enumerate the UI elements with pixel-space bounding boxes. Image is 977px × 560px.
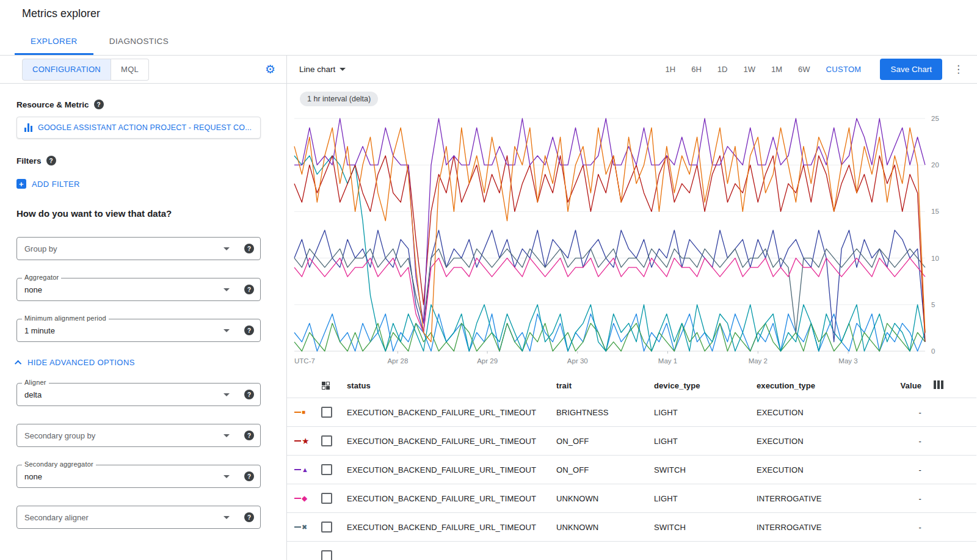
chevron-down-icon	[223, 247, 230, 250]
range-button-1d[interactable]: 1D	[710, 59, 736, 80]
add-box-icon: +	[16, 179, 26, 189]
series-marker: ■	[294, 409, 321, 415]
svg-text:25: 25	[931, 115, 939, 122]
svg-text:10: 10	[931, 255, 939, 262]
field-help-icon[interactable]: ?	[244, 390, 254, 399]
square-marker-icon: ■	[302, 409, 305, 415]
hide-advanced-options-button[interactable]: HIDE ADVANCED OPTIONS	[16, 358, 135, 367]
star-marker-icon: ★	[302, 437, 310, 445]
row-checkbox[interactable]	[321, 464, 332, 475]
cell-device-type: LIGHT	[654, 494, 757, 503]
cell-status: EXECUTION_BACKEND_FAILURE_URL_TIMEOUT	[347, 437, 556, 446]
range-button-6w[interactable]: 6W	[790, 59, 818, 80]
custom-range-button[interactable]: CUSTOM	[818, 59, 870, 80]
legend-toggle-icon[interactable]	[321, 381, 330, 390]
cell-value: -	[897, 494, 934, 503]
advanced-fields: Alignerdelta?Secondary group by?Secondar…	[16, 383, 286, 529]
range-button-6h[interactable]: 6H	[683, 59, 710, 80]
aligner-dropdown[interactable]: Alignerdelta?	[16, 383, 261, 406]
series-dash	[294, 412, 301, 413]
svg-text:May 3: May 3	[838, 357, 857, 365]
cell-trait: ON_OFF	[556, 465, 654, 475]
cell-device-type: SWITCH	[654, 465, 757, 475]
row-checkbox[interactable]	[321, 522, 332, 533]
triangle-marker-icon: ▲	[302, 467, 308, 473]
table-row[interactable]: ▲EXECUTION_BACKEND_FAILURE_URL_TIMEOUTON…	[287, 456, 976, 484]
timeseries-chart: 0510152025UTC-7Apr 28Apr 29Apr 30May 1Ma…	[287, 114, 976, 370]
tab-diagnostics[interactable]: DIAGNOSTICS	[93, 27, 184, 55]
view-data-question: How do you want to view that data?	[16, 208, 286, 219]
mql-tab-button[interactable]: MQL	[111, 59, 149, 81]
field-help-icon[interactable]: ?	[244, 285, 254, 294]
secondary-group-by-dropdown[interactable]: Secondary group by?	[16, 424, 261, 447]
resource-metric-help-icon[interactable]: ?	[94, 100, 104, 109]
table-row[interactable]: ■EXECUTION_BACKEND_FAILURE_URL_TIMEOUTBR…	[287, 398, 976, 427]
primary-fields: Group by?Aggregatornone?Minimum alignmen…	[16, 237, 286, 342]
time-range-buttons: 1H6H1D1W1M6W	[658, 59, 818, 80]
cell-status: EXECUTION_BACKEND_FAILURE_URL_TIMEOUT	[347, 465, 556, 475]
field-help-icon[interactable]: ?	[244, 471, 254, 481]
chart-series	[294, 118, 925, 323]
cell-execution-type: EXECUTION	[757, 408, 897, 417]
x-marker-icon: ✖	[302, 524, 307, 531]
chevron-down-icon	[223, 329, 230, 332]
field-label: Secondary aggregator	[22, 460, 96, 468]
table-row[interactable]: ★EXECUTION_BACKEND_FAILURE_URL_TIMEOUTON…	[287, 427, 976, 456]
configuration-tab-button[interactable]: CONFIGURATION	[22, 59, 111, 81]
aggregator-dropdown[interactable]: Aggregatornone?	[16, 278, 261, 301]
field-label: Aggregator	[22, 274, 61, 281]
series-marker: ★	[294, 437, 321, 445]
group-by-dropdown[interactable]: Group by?	[16, 237, 261, 260]
panel-header: CONFIGURATION MQL ⚙	[0, 56, 286, 84]
chart-type-dropdown[interactable]: Line chart	[299, 65, 346, 74]
svg-text:5: 5	[931, 301, 935, 308]
chart-area: Line chart 1H6H1D1W1M6W CUSTOM Save Char…	[287, 56, 977, 560]
chevron-down-icon	[223, 288, 230, 291]
field-label: Minimum alignment period	[22, 315, 109, 322]
column-header-trait[interactable]: trait	[556, 381, 654, 390]
settings-gear-icon[interactable]: ⚙	[265, 64, 275, 75]
field-help-icon[interactable]: ?	[244, 512, 254, 522]
secondary-aligner-dropdown[interactable]: Secondary aligner?	[16, 506, 261, 529]
column-settings-icon[interactable]	[934, 380, 963, 391]
column-header-status[interactable]: status	[347, 381, 556, 390]
field-value: none	[24, 472, 42, 481]
table-row[interactable]	[287, 542, 976, 560]
tab-explorer[interactable]: EXPLORER	[15, 27, 93, 55]
chevron-down-icon	[340, 68, 346, 71]
cell-trait: UNKNOWN	[556, 523, 654, 532]
filters-help-icon[interactable]: ?	[46, 156, 56, 165]
field-help-icon[interactable]: ?	[244, 325, 254, 335]
range-button-1m[interactable]: 1M	[763, 59, 790, 80]
field-help-icon[interactable]: ?	[244, 244, 254, 253]
series-table: status trait device_type execution_type …	[287, 373, 976, 560]
svg-text:Apr 30: Apr 30	[567, 357, 588, 365]
chart-series	[294, 249, 925, 332]
svg-text:15: 15	[931, 208, 939, 215]
column-header-execution-type[interactable]: execution_type	[757, 381, 897, 390]
resource-metric-section: Resource & Metric ?	[16, 100, 286, 109]
selected-metric-chip[interactable]: GOOGLE ASSISTANT ACTION PROJECT - REQUES…	[16, 117, 261, 139]
series-dash	[294, 440, 301, 442]
svg-text:20: 20	[931, 161, 939, 169]
cell-trait: UNKNOWN	[556, 494, 654, 503]
table-row[interactable]: ◆EXECUTION_BACKEND_FAILURE_URL_TIMEOUTUN…	[287, 484, 976, 513]
save-chart-button[interactable]: Save Chart	[880, 59, 942, 80]
minimum-alignment-period-dropdown[interactable]: Minimum alignment period1 minute?	[16, 319, 261, 342]
row-checkbox[interactable]	[321, 493, 332, 504]
range-button-1w[interactable]: 1W	[735, 59, 763, 80]
cell-value: -	[897, 523, 934, 532]
field-help-icon[interactable]: ?	[244, 431, 254, 440]
row-checkbox[interactable]	[321, 435, 332, 446]
column-header-value[interactable]: Value	[897, 381, 934, 390]
row-checkbox[interactable]	[321, 550, 332, 560]
chart-toolbar: Line chart 1H6H1D1W1M6W CUSTOM Save Char…	[287, 56, 977, 84]
secondary-aggregator-dropdown[interactable]: Secondary aggregatornone?	[16, 465, 261, 488]
more-options-icon[interactable]: ⋮	[948, 60, 968, 78]
row-checkbox[interactable]	[321, 407, 332, 418]
cell-trait: ON_OFF	[556, 437, 654, 446]
range-button-1h[interactable]: 1H	[658, 59, 684, 80]
table-row[interactable]: ✖EXECUTION_BACKEND_FAILURE_URL_TIMEOUTUN…	[287, 513, 976, 542]
add-filter-button[interactable]: + ADD FILTER	[16, 179, 80, 189]
column-header-device-type[interactable]: device_type	[654, 381, 757, 390]
